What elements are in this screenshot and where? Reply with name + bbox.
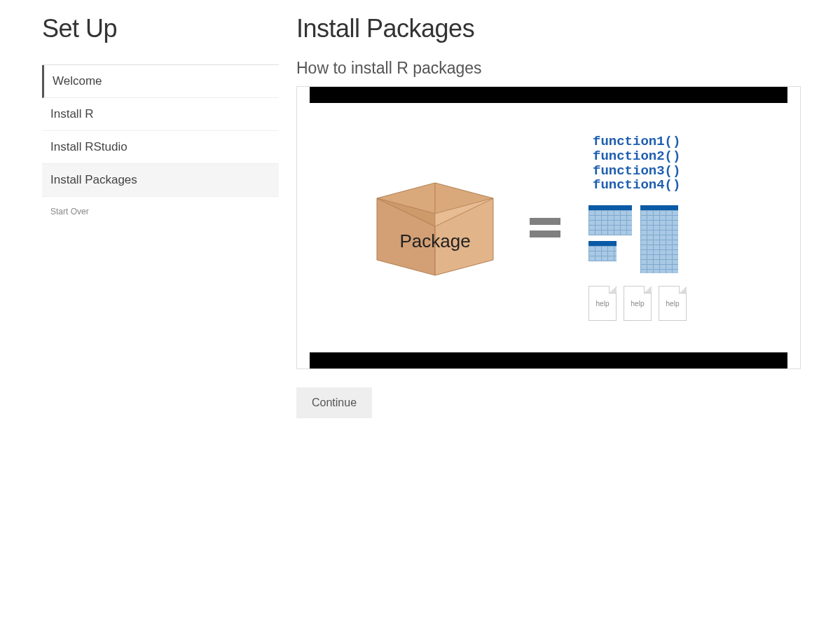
help-files-graphic: help help help (588, 286, 729, 321)
video-slide: Package function1() function2() functi (310, 103, 787, 352)
video-embed[interactable]: Package function1() function2() functi (296, 86, 801, 369)
package-contents-graphic: function1() function2() function3() func… (588, 135, 729, 322)
function-list: function1() function2() function3() func… (593, 135, 729, 193)
help-doc-icon: help (624, 286, 652, 321)
package-box-graphic: Package (369, 177, 502, 279)
video-letterbox-bottom (310, 352, 787, 368)
package-box-label: Package (399, 230, 470, 252)
sidebar-nav: Welcome Install R Install RStudio Instal… (42, 64, 279, 197)
data-tables-graphic (588, 205, 729, 273)
sidebar-title: Set Up (42, 14, 279, 43)
page-title: Install Packages (296, 14, 805, 43)
help-doc-icon: help (588, 286, 617, 321)
function-item: function2() (593, 149, 729, 164)
continue-button[interactable]: Continue (296, 387, 372, 418)
sidebar-item-install-rstudio[interactable]: Install RStudio (42, 131, 279, 164)
function-item: function4() (593, 178, 729, 193)
page-subtitle: How to install R packages (296, 59, 805, 78)
function-item: function1() (593, 135, 729, 149)
start-over-link[interactable]: Start Over (42, 197, 279, 226)
equals-icon (530, 218, 560, 237)
sidebar: Set Up Welcome Install R Install RStudio… (42, 14, 279, 418)
main-content: Install Packages How to install R packag… (296, 14, 819, 418)
sidebar-item-install-r[interactable]: Install R (42, 98, 279, 131)
help-doc-icon: help (659, 286, 687, 321)
function-item: function3() (593, 164, 729, 179)
sidebar-item-install-packages[interactable]: Install Packages (42, 164, 279, 197)
video-letterbox-top (310, 87, 787, 103)
sidebar-item-welcome[interactable]: Welcome (42, 65, 279, 98)
